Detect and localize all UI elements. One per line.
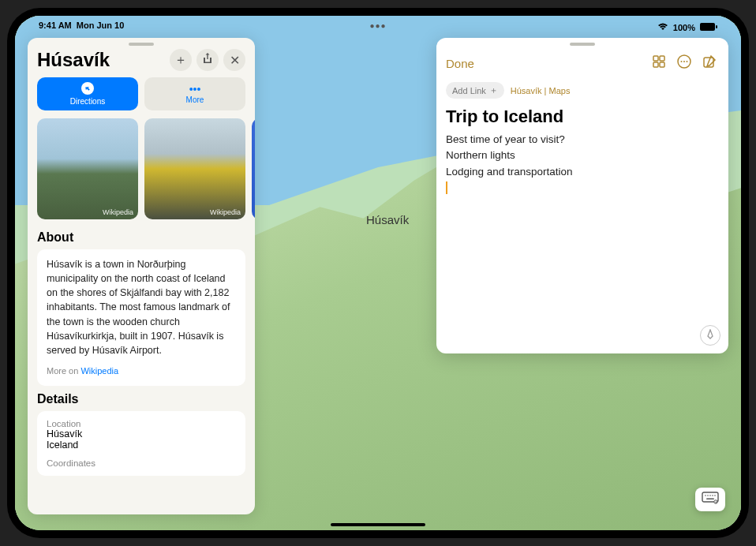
photo-item[interactable]	[252, 118, 255, 219]
svg-point-14	[707, 495, 709, 496]
svg-rect-1	[716, 25, 717, 28]
text-cursor	[446, 181, 447, 194]
more-label: More	[186, 95, 204, 104]
svg-rect-0	[700, 23, 715, 31]
plus-icon: ＋	[489, 84, 498, 96]
add-link-chip[interactable]: Add Link ＋	[446, 82, 504, 99]
done-button[interactable]: Done	[446, 57, 643, 70]
location-label: Location	[47, 419, 236, 428]
note-title: Trip to Iceland	[446, 107, 719, 127]
photo-item[interactable]: Wikipedia	[37, 118, 138, 219]
plus-icon: ＋	[174, 52, 187, 69]
markup-button[interactable]	[700, 325, 720, 346]
svg-point-13	[705, 495, 706, 496]
photo-credit: Wikipedia	[210, 208, 241, 216]
status-time: 9:41 AM	[39, 21, 72, 35]
svg-point-8	[681, 61, 683, 62]
pencil-tip-icon	[705, 329, 716, 342]
keyboard-icon: ⊕	[702, 492, 719, 507]
photo-item[interactable]: Wikipedia	[144, 118, 245, 219]
location-line1: Húsavík	[47, 428, 236, 439]
directions-label: Directions	[70, 97, 105, 106]
more-on-wikipedia[interactable]: More on Wikipedia	[47, 365, 236, 378]
svg-point-17	[714, 495, 716, 496]
share-icon	[203, 53, 212, 67]
card-grabber[interactable]	[129, 43, 154, 46]
svg-point-16	[712, 495, 713, 496]
svg-point-10	[687, 61, 688, 62]
share-button[interactable]	[196, 49, 219, 71]
svg-rect-4	[660, 56, 664, 61]
ellipsis-circle-icon	[677, 54, 691, 72]
battery-pct: 100%	[673, 23, 695, 32]
note-line: Lodging and transportation	[446, 164, 719, 180]
place-card: Húsavík ＋ ✕ Directions	[28, 38, 255, 514]
about-box: Húsavík is a town in Norðurþing municipa…	[37, 249, 245, 386]
directions-icon	[81, 82, 94, 96]
svg-rect-3	[653, 56, 658, 61]
details-heading: Details	[37, 392, 245, 406]
status-date: Mon Jun 10	[77, 21, 125, 35]
compose-button[interactable]	[700, 54, 719, 73]
add-link-label: Add Link	[452, 86, 486, 95]
options-button[interactable]	[675, 54, 694, 73]
note-line: Northern lights	[446, 148, 719, 163]
svg-point-9	[683, 61, 685, 62]
notes-grabber[interactable]	[570, 43, 595, 46]
battery-icon	[700, 23, 717, 32]
map-place-label[interactable]: Húsavík	[366, 213, 409, 226]
details-box: Location Húsavík Iceland Coordinates	[37, 411, 245, 476]
compose-icon	[702, 54, 717, 72]
status-bar: 9:41 AM Mon Jun 10 100%	[15, 21, 741, 35]
directions-button[interactable]: Directions	[37, 77, 138, 110]
photos-scroller[interactable]: Wikipedia Wikipedia	[28, 118, 255, 227]
linked-item[interactable]: Húsavík | Maps	[511, 86, 571, 95]
gallery-button[interactable]	[649, 54, 668, 73]
notes-panel: Done Add	[436, 38, 728, 353]
location-line2: Iceland	[47, 439, 236, 451]
svg-point-15	[709, 495, 711, 496]
more-button[interactable]: ••• More	[144, 77, 245, 110]
place-title: Húsavík	[37, 49, 165, 71]
svg-rect-5	[653, 62, 658, 67]
svg-text:⊕: ⊕	[715, 500, 717, 504]
keyboard-button[interactable]: ⊕	[695, 488, 725, 511]
photo-credit: Wikipedia	[103, 208, 133, 216]
note-body[interactable]: Trip to Iceland Best time of year to vis…	[436, 107, 728, 194]
svg-rect-18	[706, 499, 714, 500]
home-indicator[interactable]	[331, 523, 425, 526]
note-line: Best time of year to visit?	[446, 132, 719, 148]
about-text: Húsavík is a town in Norðurþing municipa…	[47, 257, 236, 357]
close-button[interactable]: ✕	[223, 49, 245, 71]
svg-rect-6	[660, 62, 664, 67]
coordinates-label: Coordinates	[47, 458, 236, 468]
grid-icon	[653, 55, 665, 71]
ellipsis-icon: •••	[189, 84, 201, 95]
wifi-icon	[657, 23, 668, 32]
add-button[interactable]: ＋	[170, 49, 192, 71]
close-icon: ✕	[230, 53, 240, 68]
about-heading: About	[37, 230, 245, 245]
